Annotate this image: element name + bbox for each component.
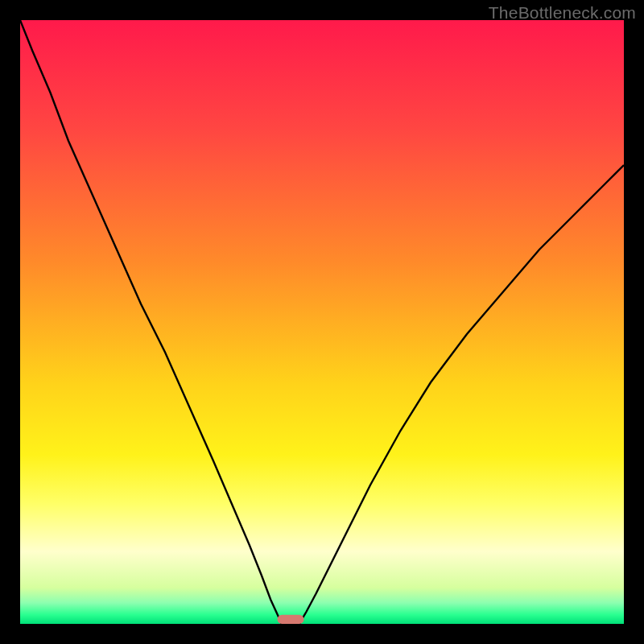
chart-frame [20, 20, 624, 624]
chart-background-gradient [20, 20, 624, 624]
chart-svg [20, 20, 624, 624]
watermark-text: TheBottleneck.com [489, 3, 636, 23]
optimum-marker [278, 615, 304, 624]
